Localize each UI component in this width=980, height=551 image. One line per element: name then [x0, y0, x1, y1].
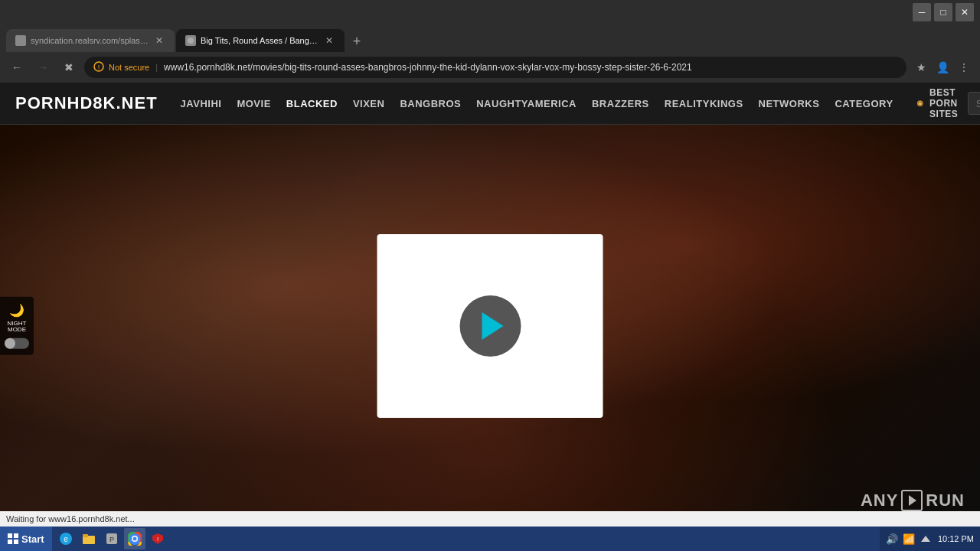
- svg-text:e: e: [64, 535, 68, 543]
- anyrun-triangle: [909, 495, 916, 506]
- taskbar: Start e P ! 🔊 📶: [0, 527, 980, 551]
- search-input[interactable]: [969, 93, 980, 114]
- reload-button[interactable]: ✖: [58, 57, 80, 78]
- nav-vixen[interactable]: VIXEN: [353, 98, 385, 109]
- nav-networks[interactable]: NETWORKS: [759, 98, 820, 109]
- security-icon: !: [93, 61, 104, 73]
- taskbar-icon-shield[interactable]: !: [147, 528, 168, 549]
- best-porn-sites[interactable]: ★ BEST PORN SITES: [916, 87, 968, 119]
- nav-naughtyamerica[interactable]: NAUGHTYAMERICA: [476, 98, 577, 109]
- anyrun-play-icon: [901, 490, 923, 511]
- start-label: Start: [21, 533, 44, 545]
- video-section: 🌙 NIGHT MODE ANY RUN: [0, 125, 980, 527]
- tab-title-2: Big Tits, Round Asses / Bangbros - ...: [201, 36, 318, 45]
- svg-rect-15: [83, 534, 88, 537]
- taskbar-icon-chrome[interactable]: [124, 528, 145, 549]
- svg-rect-11: [14, 540, 18, 544]
- start-button[interactable]: Start: [0, 527, 52, 551]
- tab-bar: syndication.realsrv.com/splash.php... ✕ …: [0, 24, 980, 52]
- tray-icon-volume[interactable]: 🔊: [886, 533, 898, 545]
- svg-point-1: [188, 37, 194, 44]
- security-label: Not secure: [109, 63, 149, 72]
- tray-icon-arrow[interactable]: [920, 533, 932, 545]
- clock: 10:12 PM: [938, 534, 974, 543]
- tab-favicon-2: [185, 35, 196, 46]
- taskbar-icon-folder[interactable]: [78, 528, 100, 549]
- svg-text:!: !: [98, 64, 100, 71]
- nav-category[interactable]: CATEGORY: [835, 98, 893, 109]
- taskbar-icon-app3[interactable]: P: [101, 528, 122, 549]
- nav-realitykings[interactable]: REALITYKINGS: [665, 98, 743, 109]
- title-bar: ─ □ ✕: [0, 0, 980, 24]
- svg-marker-22: [921, 536, 930, 542]
- address-actions: ★ 👤 ⋮: [911, 57, 974, 77]
- play-overlay: [377, 234, 603, 418]
- night-mode-toggle[interactable]: [5, 338, 29, 349]
- taskbar-items: e P !: [52, 527, 880, 551]
- bookmark-button[interactable]: ★: [911, 57, 931, 77]
- status-bar: Waiting for www16.pornhd8k.net...: [0, 511, 980, 527]
- svg-text:!: !: [157, 536, 158, 543]
- site-header: PORNHD8K.NET JAVHIHI MOVIE BLACKED VIXEN…: [0, 83, 980, 125]
- night-mode-label: NIGHT MODE: [8, 320, 27, 334]
- back-button[interactable]: ←: [6, 57, 28, 78]
- system-tray: 🔊 📶: [886, 533, 932, 545]
- forward-button[interactable]: →: [32, 57, 54, 78]
- moon-icon: 🌙: [9, 302, 24, 317]
- nav-brazzers[interactable]: BRAZZERS: [592, 98, 649, 109]
- anyrun-watermark: ANY RUN: [861, 490, 965, 511]
- nav-movie[interactable]: MOVIE: [237, 98, 270, 109]
- svg-text:P: P: [109, 536, 114, 543]
- svg-point-0: [18, 37, 24, 44]
- close-button[interactable]: ✕: [956, 3, 974, 21]
- tab-favicon-1: [15, 35, 26, 46]
- tray-icon-network[interactable]: 📶: [903, 533, 915, 545]
- maximize-button[interactable]: □: [934, 3, 952, 21]
- night-mode-widget: 🌙 NIGHT MODE: [0, 296, 34, 355]
- search-area: [968, 92, 980, 115]
- tab-title-1: syndication.realsrv.com/splash.php...: [31, 36, 149, 45]
- separator: |: [155, 63, 158, 72]
- taskbar-icon-ie[interactable]: e: [55, 528, 77, 549]
- tab-1[interactable]: syndication.realsrv.com/splash.php... ✕: [6, 29, 175, 52]
- minimize-button[interactable]: ─: [913, 3, 931, 21]
- anyrun-text-any: ANY: [861, 491, 898, 510]
- nav-blacked[interactable]: BLACKED: [286, 98, 338, 109]
- svg-rect-8: [8, 533, 12, 538]
- svg-text:★: ★: [918, 102, 921, 106]
- play-triangle-icon: [482, 312, 503, 340]
- account-button[interactable]: 👤: [933, 57, 952, 77]
- nav-javhihi[interactable]: JAVHIHI: [181, 98, 222, 109]
- site-logo[interactable]: PORNHD8K.NET: [15, 93, 158, 113]
- address-input-wrap[interactable]: ! Not secure | www16.pornhd8k.net/movies…: [84, 57, 906, 78]
- anyrun-text-run: RUN: [926, 491, 965, 510]
- nav-bangbros[interactable]: BANGBROS: [400, 98, 461, 109]
- svg-point-20: [132, 537, 136, 541]
- svg-rect-10: [8, 540, 12, 544]
- site-nav: JAVHIHI MOVIE BLACKED VIXEN BANGBROS NAU…: [181, 87, 968, 119]
- best-porn-sites-label: BEST PORN SITES: [929, 87, 968, 119]
- address-text: www16.pornhd8k.net/movies/big-tits-round…: [164, 62, 897, 73]
- play-button[interactable]: [459, 295, 521, 357]
- address-bar: ← → ✖ ! Not secure | www16.pornhd8k.net/…: [0, 52, 980, 83]
- search-box: [968, 92, 980, 115]
- menu-button[interactable]: ⋮: [954, 57, 974, 77]
- new-tab-button[interactable]: +: [346, 31, 368, 52]
- tab-close-2[interactable]: ✕: [323, 34, 335, 47]
- svg-rect-9: [14, 533, 18, 538]
- status-text: Waiting for www16.pornhd8k.net...: [6, 514, 135, 523]
- tab-2[interactable]: Big Tits, Round Asses / Bangbros - ... ✕: [176, 29, 345, 52]
- taskbar-right: 🔊 📶 10:12 PM: [880, 527, 980, 551]
- tab-close-1[interactable]: ✕: [153, 34, 165, 47]
